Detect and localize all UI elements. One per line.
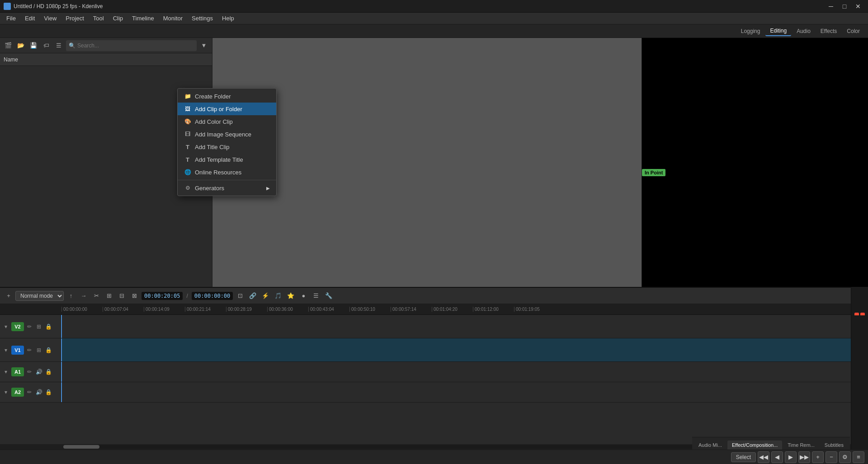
tl-lift[interactable]: ↑ [66, 291, 76, 301]
generators-icon: ⚙ [184, 184, 191, 192]
clip-folder-icon: 🖼 [184, 105, 191, 112]
ctx-add-image-sequence[interactable]: 🎞 Add Image Sequence [178, 128, 276, 141]
a2-audio[interactable]: 🔊 [35, 388, 43, 396]
workspace-tab-color[interactable]: Color [842, 27, 864, 36]
ctx-add-clip-folder[interactable]: 🖼 Add Clip or Folder [178, 103, 276, 115]
tl-effects[interactable]: ⚡ [260, 291, 271, 301]
search-input-wrapper: 🔍 [66, 40, 197, 51]
menu-edit[interactable]: Edit [20, 14, 39, 23]
playhead-a1 [61, 362, 62, 382]
a1-edit[interactable]: ✏ [25, 368, 33, 376]
v1-composite[interactable]: ⊞ [35, 346, 43, 354]
bottom-bar: Select ◀◀ ◀ ▶ ▶▶ + − ⚙ ≡ [0, 450, 868, 464]
tab-subtitles[interactable]: Subtitles [820, 441, 848, 450]
workspace-tab-effects[interactable]: Effects [816, 27, 841, 36]
v1-collapse[interactable]: ▾ [2, 346, 10, 354]
tl-snap[interactable]: 🔗 [247, 291, 258, 301]
ctx-add-title-clip[interactable]: T Add Title Clip [178, 141, 276, 153]
ctx-generators[interactable]: ⚙ Generators ▶ [178, 182, 276, 194]
ctx-create-folder[interactable]: 📁 Create Folder [178, 90, 276, 103]
menu-file[interactable]: File [2, 14, 20, 23]
zoom-out-button[interactable]: − [826, 451, 837, 463]
menu-help[interactable]: Help [217, 14, 239, 23]
tl-settings2[interactable]: 🔧 [323, 291, 334, 301]
tab-audio-mixer[interactable]: Audio Mi... [694, 441, 726, 450]
playhead-v1 [61, 338, 62, 361]
project-bin-columns: Name [0, 53, 212, 66]
tag-button[interactable]: 🏷 [41, 40, 52, 51]
tl-add-track[interactable]: + [4, 291, 14, 301]
maximize-button[interactable]: □ [838, 1, 851, 11]
v1-edit[interactable]: ✏ [25, 346, 33, 354]
open-folder-button[interactable]: 📂 [15, 40, 26, 51]
ruler-4: 00:00:28:19 [226, 307, 267, 312]
menu-monitor[interactable]: Monitor [159, 14, 187, 23]
workspace-tab-logging[interactable]: Logging [736, 27, 765, 36]
ctx-add-color-clip-label: Add Color Clip [195, 118, 233, 125]
close-button[interactable]: ✕ [852, 1, 864, 11]
minimize-button[interactable]: ─ [825, 1, 837, 11]
menu-clip[interactable]: Clip [108, 14, 127, 23]
v2-composite[interactable]: ⊞ [35, 323, 43, 331]
a2-edit[interactable]: ✏ [25, 388, 33, 396]
tl-menu2[interactable]: ☰ [311, 291, 321, 301]
select-button[interactable]: Select [731, 452, 756, 462]
search-input[interactable] [77, 42, 194, 49]
track-content-a1 [61, 362, 868, 382]
menu-bottom-button[interactable]: ≡ [853, 451, 864, 463]
zoom-in-button[interactable]: + [812, 451, 824, 463]
track-header-a2: ▾ A2 ✏ 🔊 🔒 [0, 382, 61, 402]
a2-collapse[interactable]: ▾ [2, 388, 10, 396]
menu-settings[interactable]: Settings [187, 14, 217, 23]
a1-collapse[interactable]: ▾ [2, 368, 10, 376]
tl-ripple[interactable]: ⊞ [104, 291, 114, 301]
ruler-9: 00:01:04:20 [432, 307, 473, 312]
prev-frame-button[interactable]: ◀◀ [758, 451, 769, 463]
tab-time-remap[interactable]: Time Rem... [783, 441, 819, 450]
folder-icon: 📁 [184, 93, 191, 100]
menu-timeline[interactable]: Timeline [127, 14, 159, 23]
menu-view[interactable]: View [39, 14, 61, 23]
config-button[interactable]: ⚙ [839, 451, 851, 463]
play-all-button[interactable]: ▶ [785, 451, 797, 463]
ctx-add-template-title[interactable]: T Add Template Title [178, 153, 276, 166]
mode-select[interactable]: Normal mode [15, 291, 64, 301]
tl-record[interactable]: ● [298, 291, 309, 301]
a2-lock[interactable]: 🔒 [44, 388, 52, 396]
tl-arrow[interactable]: → [78, 291, 89, 301]
timeline-section: + Normal mode ↑ → ✂ ⊞ ⊟ ⊠ 00:00:20:05 / … [0, 287, 868, 450]
image-seq-icon: 🎞 [184, 131, 191, 138]
workspace-tab-editing[interactable]: Editing [765, 26, 791, 36]
menu-project[interactable]: Project [61, 14, 88, 23]
a1-lock[interactable]: 🔒 [44, 368, 52, 376]
title-icon: T [184, 143, 191, 150]
v2-lock[interactable]: 🔒 [44, 323, 52, 331]
workspace-tab-audio[interactable]: Audio [792, 27, 815, 36]
new-clip-button[interactable]: 🎬 [3, 40, 14, 51]
ctx-add-color-clip[interactable]: 🎨 Add Color Clip [178, 115, 276, 128]
playhead-v2 [61, 315, 62, 338]
v2-collapse[interactable]: ▾ [2, 323, 10, 331]
tl-audio-sync[interactable]: 🎵 [273, 291, 283, 301]
prev-button[interactable]: ◀ [771, 451, 783, 463]
tab-effect-composition[interactable]: Effect/Composition... [727, 441, 782, 450]
tl-slip[interactable]: ⊟ [116, 291, 127, 301]
tl-cut[interactable]: ✂ [91, 291, 102, 301]
ruler-1: 00:00:07:04 [103, 307, 144, 312]
tl-fullscreen[interactable]: ⊡ [235, 291, 245, 301]
next-button[interactable]: ▶▶ [798, 451, 810, 463]
ruler-6: 00:00:43:04 [308, 307, 349, 312]
filter-button[interactable]: ▼ [198, 40, 209, 51]
scrollbar-thumb[interactable] [63, 445, 99, 449]
tl-resize[interactable]: ⊠ [129, 291, 140, 301]
v1-lock[interactable]: 🔒 [44, 346, 52, 354]
tl-sub[interactable]: ⭐ [285, 291, 296, 301]
track-v2: ▾ V2 ✏ ⊞ 🔒 [0, 315, 868, 338]
a1-audio[interactable]: 🔊 [35, 368, 43, 376]
ctx-online-resources[interactable]: 🌐 Online Resources [178, 166, 276, 178]
v2-edit[interactable]: ✏ [25, 323, 33, 331]
save-button[interactable]: 💾 [28, 40, 39, 51]
menu-button[interactable]: ☰ [53, 40, 64, 51]
menu-tool[interactable]: Tool [89, 14, 108, 23]
titlebar-left: Untitled / HD 1080p 25 fps - Kdenlive [4, 3, 103, 10]
